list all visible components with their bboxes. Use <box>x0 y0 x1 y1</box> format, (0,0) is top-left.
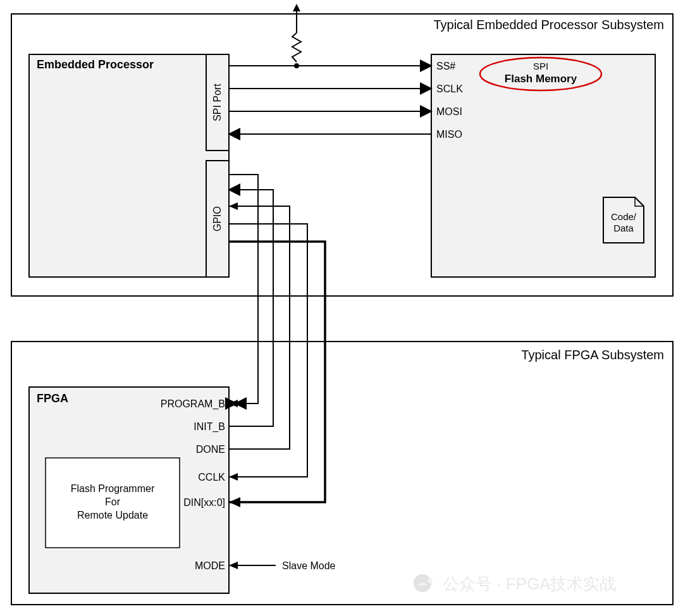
din-label: DIN[xx:0] <box>183 497 225 508</box>
cclk-wire <box>229 224 307 477</box>
fp-line2: For <box>105 496 121 507</box>
ss-label: SS# <box>436 61 455 71</box>
slave-mode-label: Slave Mode <box>282 560 336 571</box>
svg-marker-5 <box>229 202 238 210</box>
fp-line1: Flash Programmer <box>71 483 155 494</box>
done-label: DONE <box>196 444 225 455</box>
watermark-text: 公众号 · FPGA技术实战 <box>443 574 616 593</box>
flash-memory-box <box>431 54 655 277</box>
programb-wire <box>229 175 258 403</box>
initb-label: INIT_B <box>194 421 225 433</box>
diagram-stage: Typical Embedded Processor Subsystem Emb… <box>0 0 683 616</box>
svg-marker-7 <box>229 497 240 507</box>
fp-line3: Remote Update <box>77 510 148 521</box>
svg-marker-8 <box>229 400 238 407</box>
sclk-label: SCLK <box>436 83 463 94</box>
cclk-label: CCLK <box>198 472 225 483</box>
svg-marker-9 <box>229 562 238 569</box>
mode-label: MODE <box>195 560 225 571</box>
mosi-label: MOSI <box>436 106 462 117</box>
doc-line1: Code/ <box>611 211 637 222</box>
din-wire <box>229 242 325 502</box>
top-subsystem-title: Typical Embedded Processor Subsystem <box>433 18 664 32</box>
svg-point-11 <box>428 578 433 583</box>
bottom-subsystem-title: Typical FPGA Subsystem <box>521 348 664 362</box>
flash-label-bold: Flash Memory <box>505 73 577 85</box>
initb-wire <box>229 190 273 426</box>
miso-label: MISO <box>436 129 462 140</box>
code-data-doc-icon: Code/ Data <box>603 197 644 243</box>
flash-label-top: SPI <box>533 61 548 71</box>
embedded-processor-title: Embedded Processor <box>37 58 154 71</box>
gpio-label: GPIO <box>212 206 223 231</box>
watermark: 公众号 · FPGA技术实战 <box>414 574 616 593</box>
svg-marker-4 <box>229 186 238 194</box>
embedded-processor-box <box>29 54 229 277</box>
diagram-svg: Typical Embedded Processor Subsystem Emb… <box>0 0 683 616</box>
doc-line2: Data <box>613 223 634 233</box>
programb-label: PROGRAM_B <box>161 398 225 410</box>
spi-port-label: SPI Port <box>212 83 223 121</box>
svg-marker-6 <box>229 473 238 481</box>
fpga-title: FPGA <box>37 392 68 405</box>
